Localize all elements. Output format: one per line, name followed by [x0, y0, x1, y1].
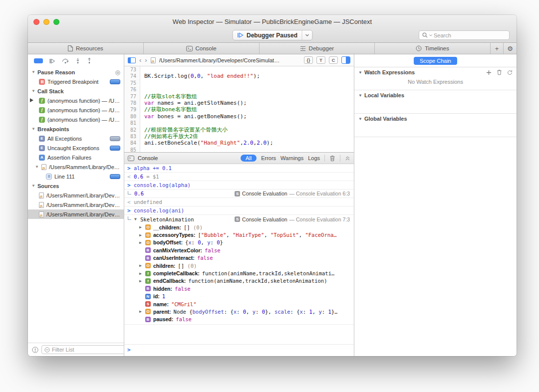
filter-list-field[interactable] [41, 345, 124, 354]
target-icon[interactable]: ◎ [115, 69, 120, 76]
source-code-editor[interactable]: 7374BK.Script.log(0,0, "load ended!!");7… [124, 66, 354, 152]
nav-back-button[interactable]: ‹ [139, 57, 141, 63]
call-stack-frame[interactable]: f (anonymous function) — /User [28, 105, 124, 115]
object-property-row[interactable]: ▶O__children:[] (0) [124, 223, 354, 231]
line-number[interactable]: 77 [124, 93, 140, 100]
call-stack-frame[interactable]: f (anonymous function) — /User [28, 115, 124, 124]
console-input-row[interactable]: >console.log(ani) [124, 206, 354, 215]
breakpoints-toggle-button[interactable] [34, 58, 43, 63]
breakpoint-file-item[interactable]: ▼ /Users/Rammer/Library/Dev… [28, 162, 124, 172]
console-result-row[interactable]: <undefined [124, 198, 354, 206]
console-log-row[interactable]: 0.6SConsole Evaluation— Console Evaluati… [124, 190, 354, 198]
line-number[interactable]: 85 [124, 147, 140, 152]
global-variables-header[interactable]: ▼ Global Variables [354, 114, 517, 124]
breakpoint-marker[interactable] [110, 79, 120, 84]
filter-logs-button[interactable]: Logs [308, 155, 320, 161]
breakpoint-assertion-failures[interactable]: A Assertion Failures [28, 153, 124, 162]
evaluation-location-link[interactable]: — Console Evaluation 7:3 [289, 216, 350, 222]
settings-button[interactable]: ⚙ [504, 43, 517, 54]
disclosure-triangle[interactable]: ▶ [139, 225, 145, 229]
close-button[interactable] [33, 19, 39, 25]
object-property-row[interactable]: ▶Ochildren:[] (0) [124, 262, 354, 269]
tab-debugger[interactable]: Debugger [260, 43, 375, 54]
object-property-row[interactable]: Nid:1 [124, 293, 354, 300]
code-coverage-button[interactable]: C [329, 56, 338, 64]
filter-errors-button[interactable]: Errors [261, 155, 276, 161]
line-number[interactable]: 73 [124, 66, 140, 73]
new-tab-button[interactable]: + [491, 43, 504, 54]
disclosure-triangle[interactable]: ▼ [35, 165, 39, 169]
console-tree-row[interactable]: ▼SkeletonAnimationSConsole Evaluation— C… [124, 215, 354, 223]
line-number[interactable]: 75 [124, 80, 140, 86]
clear-watch-button[interactable] [497, 69, 502, 75]
disclosure-triangle[interactable]: ▼ [134, 217, 140, 221]
object-property-row[interactable]: ▶OaccessoryTypes:["Bubble", "HairType", … [124, 231, 354, 238]
object-property-row[interactable]: ▶Oparent:Node {bodyOffset: {x: 0, y: 0},… [124, 308, 354, 315]
split-view-button[interactable] [341, 56, 350, 64]
line-number[interactable]: 82 [124, 127, 140, 133]
object-property-row[interactable]: BcanUserInteract:false [124, 254, 354, 262]
step-over-button[interactable] [62, 58, 69, 64]
line-number[interactable]: 74 [124, 73, 140, 79]
triggered-breakpoint-item[interactable]: Triggered Breakpoint [28, 77, 124, 86]
disclosure-triangle[interactable]: ▶ [139, 279, 145, 283]
object-property-row[interactable]: ▶fcompleteCallback:function(animName,tra… [124, 269, 354, 277]
line-number[interactable]: 78 [124, 100, 140, 106]
watch-expressions-header[interactable]: ▼ Watch Expressions [354, 67, 517, 77]
pause-reason-section-header[interactable]: ▼ Pause Reason ◎ [28, 67, 124, 77]
line-number[interactable]: 84 [124, 140, 140, 146]
breakpoint-marker[interactable] [110, 136, 120, 141]
pretty-print-button[interactable]: {} [304, 56, 313, 64]
source-file-item-selected[interactable]: /Users/Rammer/Library/Dev… [28, 209, 124, 219]
object-property-row[interactable]: Sname:"CMGril" [124, 300, 354, 308]
sources-section-header[interactable]: ▼ Sources [28, 181, 124, 191]
disclosure-triangle[interactable]: ▶ [139, 233, 145, 237]
object-property-row[interactable]: ▶fendCallback:function(animName,trackId,… [124, 277, 354, 285]
title-bar[interactable]: Web Inspector — Simulator — PublicBrickE… [28, 15, 517, 28]
line-number[interactable]: 83 [124, 133, 140, 140]
nav-forward-button[interactable]: › [145, 57, 147, 63]
refresh-watch-button[interactable] [507, 70, 513, 75]
object-property-row[interactable]: Bpaused:false [124, 316, 354, 323]
filter-warnings-button[interactable]: Warnings [280, 155, 303, 161]
search-input[interactable] [434, 32, 506, 38]
disclosure-triangle[interactable]: ▶ [139, 240, 145, 245]
resume-button[interactable] [49, 58, 55, 64]
object-property-row[interactable]: ▶ObodyOffset:{x: 0, y: 0} [124, 239, 354, 246]
line-number[interactable]: 76 [124, 86, 140, 93]
console-input-row[interactable]: >alpha += 0.1 [124, 164, 354, 173]
file-breadcrumb[interactable]: /Users/Rammer/Library/Developer/CoreSimu… [159, 57, 300, 63]
tab-console[interactable]: Console [144, 43, 260, 54]
line-number[interactable]: 80 [124, 113, 140, 120]
collapse-console-button[interactable] [345, 156, 350, 161]
console-input-row[interactable]: >console.log(alpha) [124, 181, 354, 190]
add-watch-button[interactable] [486, 70, 492, 75]
object-property-row[interactable]: Bhidden:false [124, 285, 354, 292]
breakpoint-all-exceptions[interactable]: E All Exceptions [28, 134, 124, 143]
console-input-row[interactable]: > [124, 344, 354, 356]
disclosure-triangle[interactable]: ▶ [139, 309, 145, 314]
breakpoints-section-header[interactable]: ▼ Breakpoints [28, 124, 124, 134]
filter-list-input[interactable] [52, 347, 123, 353]
source-file-item[interactable]: /Users/Rammer/Library/Dev… [28, 200, 124, 209]
object-property-row[interactable]: BcanMixVertexColor:false [124, 246, 354, 254]
debugger-paused-button[interactable]: Debugger Paused [232, 30, 312, 40]
call-stack-section-header[interactable]: ▼ Call Stack [28, 86, 124, 96]
scope-chain-button[interactable]: Scope Chain [414, 57, 457, 65]
line-number[interactable]: 79 [124, 106, 140, 113]
call-stack-frame[interactable]: f (anonymous function) — /User [28, 96, 124, 105]
tab-timelines[interactable]: Timelines [375, 43, 491, 54]
evaluation-location-link[interactable]: — Console Evaluation 6:3 [289, 191, 350, 196]
breakpoint-marker[interactable] [110, 146, 120, 151]
clear-console-button[interactable] [329, 155, 335, 162]
source-file-item[interactable]: /Users/Rammer/Library/Dev… [28, 191, 124, 200]
step-into-button[interactable] [75, 58, 80, 64]
issues-icon[interactable] [32, 347, 38, 353]
step-out-button[interactable] [87, 58, 92, 64]
console-result-row[interactable]: <0.6 = $1 [124, 173, 354, 181]
minimize-button[interactable] [43, 19, 49, 25]
breakpoint-marker[interactable] [110, 174, 120, 179]
type-profiler-button[interactable]: T [316, 56, 325, 64]
sidebar-toggle-icon[interactable] [128, 57, 136, 63]
search-field[interactable] [419, 30, 510, 40]
